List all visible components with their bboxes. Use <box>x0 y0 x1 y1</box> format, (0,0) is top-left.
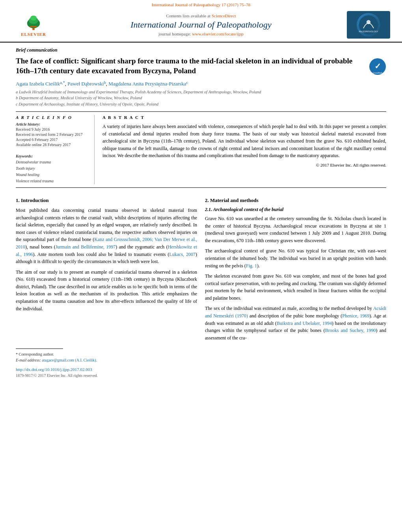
keywords-list: Dentoalveolar trauma Tooth injury Wound … <box>16 159 88 184</box>
article-info-title: A R T I C L E I N F O <box>16 115 88 120</box>
keyword-1: Dentoalveolar trauma <box>16 159 88 165</box>
author-a-super: a,* <box>60 81 65 87</box>
authors-line: Agata Izabela Cieślika,*, Paweł Dąbrowsk… <box>16 80 386 87</box>
elsevier-label: ELSEVIER <box>21 32 46 37</box>
svg-text:CrossMark: CrossMark <box>373 72 383 74</box>
two-col-body: 1. Introduction Most published data conc… <box>0 191 402 345</box>
ref-buikstra[interactable]: Buikstra and Ubelaker, 1994 <box>277 321 332 326</box>
intro-heading: 1. Introduction <box>16 197 197 204</box>
mm-para-4: The sex of the individual was estimated … <box>205 305 386 341</box>
svg-text:PALEOPATHOLOGY: PALEOPATHOLOGY <box>359 30 378 33</box>
intro-para-2: The aim of our study is to present an ex… <box>16 269 197 313</box>
journal-logo-right: PALEOPATHOLOGY <box>347 11 390 39</box>
ref-link-4[interactable]: Lukacs, 2007 <box>169 252 195 257</box>
affil-b: b Department of Anatomy, Medical Univers… <box>16 95 386 101</box>
journal-volume-info: International Journal of Paleopathology … <box>152 2 251 7</box>
svg-text:✓: ✓ <box>374 62 381 70</box>
keyword-2: Tooth injury <box>16 165 88 172</box>
accepted-date: Accepted 6 February 2017 <box>16 137 88 142</box>
author-c-super: c <box>186 81 188 87</box>
svg-point-3 <box>30 15 37 20</box>
material-heading: 2. Material and methods <box>205 197 386 204</box>
corresponding-note: * Corresponding author. E-mail address: … <box>16 351 386 363</box>
ref-phenice[interactable]: Phenice, 1969 <box>342 313 369 319</box>
history-label: Article history: <box>16 122 88 126</box>
footnote-rule <box>16 348 63 349</box>
affil-a: a Ludwik Hirszfeld Institute of Immunolo… <box>16 89 386 95</box>
col-right: 2. Material and methods 2.1. Archaeologi… <box>205 197 386 345</box>
author-a: Agata Izabela Cieślik <box>16 81 60 87</box>
divider <box>16 111 386 112</box>
article-body: A R T I C L E I N F O Article history: R… <box>16 115 386 184</box>
affil-c: c Department of Archaeology, Institute o… <box>16 101 386 108</box>
col-left: 1. Introduction Most published data conc… <box>16 197 197 345</box>
ref-brooks[interactable]: Brooks and Suchey, 1990 <box>325 328 376 333</box>
svg-rect-4 <box>30 26 37 27</box>
author-b-super: b <box>104 81 106 87</box>
journal-center: Contents lists available at ScienceDirec… <box>55 13 347 36</box>
subsection-heading: 2.1. Archaeological context of the buria… <box>205 207 386 213</box>
fig1-link[interactable]: Fig. 1 <box>246 263 257 269</box>
keyword-4: Violence related trauma <box>16 178 88 184</box>
crossmark-logo: ✓ CrossMark <box>369 58 386 75</box>
abstract-title: A B S T R A C T <box>102 115 386 120</box>
elsevier-tree-icon <box>22 13 45 31</box>
article-title: The face of conflict: Significant sharp … <box>16 56 369 76</box>
journal-title: International Journal of Paleopathology <box>55 20 347 30</box>
revised-date: Received in revised form 2 February 2017 <box>16 132 88 137</box>
doi-link[interactable]: http://dx.doi.org/10.1016/j.ijpp.2017.02… <box>16 367 92 372</box>
abstract-section: A B S T R A C T A variety of injuries ha… <box>102 115 386 184</box>
mm-para-1: Grave No. 610 was unearthed at the cemet… <box>205 215 386 244</box>
abstract-text: A variety of injuries have always been a… <box>102 123 386 159</box>
abstract-copyright: © 2017 Elsevier Inc. All rights reserved… <box>102 163 386 167</box>
author-b: Paweł Dąbrowski <box>67 81 104 87</box>
divider-2 <box>16 187 386 188</box>
mm-para-2: The archaeological context of grave No. … <box>205 247 386 269</box>
sciencedirect-link[interactable]: ScienceDirect <box>212 13 236 18</box>
homepage-link[interactable]: www.elsevier.com/locate/ijpp <box>192 32 244 36</box>
footer-copyright: 1879-9817/© 2017 Elsevier Inc. All right… <box>16 373 386 378</box>
keywords-label: Keywords: <box>16 154 88 158</box>
article-section: Brief communication The face of conflict… <box>0 43 402 188</box>
journal-header: ELSEVIER Contents lists available at Sci… <box>0 8 402 43</box>
article-type: Brief communication <box>16 47 386 53</box>
affiliations: a Ludwik Hirszfeld Institute of Immunolo… <box>16 89 386 108</box>
svg-point-6 <box>367 20 370 24</box>
keyword-3: Wound healing <box>16 172 88 178</box>
ref-link-2[interactable]: Jurmain and Bellifemine, 1997 <box>56 244 116 250</box>
footer-section: * Corresponding author. E-mail address: … <box>0 345 402 378</box>
article-title-row: The face of conflict: Significant sharp … <box>16 56 386 76</box>
journal-logo-circle: PALEOPATHOLOGY <box>357 13 380 37</box>
contents-line: Contents lists available at ScienceDirec… <box>55 13 347 18</box>
journal-top-bar: International Journal of Paleopathology … <box>0 0 402 8</box>
article-info: A R T I C L E I N F O Article history: R… <box>16 115 95 184</box>
author-c: Magdalena Anita Przysiężna-Pizarska <box>108 81 186 87</box>
page: International Journal of Paleopathology … <box>0 0 402 378</box>
mm-para-3: The skeleton excavated from grave No. 61… <box>205 272 386 302</box>
online-date: Available online 28 February 2017 <box>16 143 88 147</box>
email-link[interactable]: atagace@gmail.com (A.I. Cieślik). <box>42 358 97 362</box>
elsevier-logo: ELSEVIER <box>12 11 55 39</box>
received-date: Received 9 July 2016 <box>16 127 88 132</box>
intro-para-1: Most published data concerning cranial t… <box>16 207 197 265</box>
journal-homepage: journal homepage: www.elsevier.com/locat… <box>55 32 347 36</box>
